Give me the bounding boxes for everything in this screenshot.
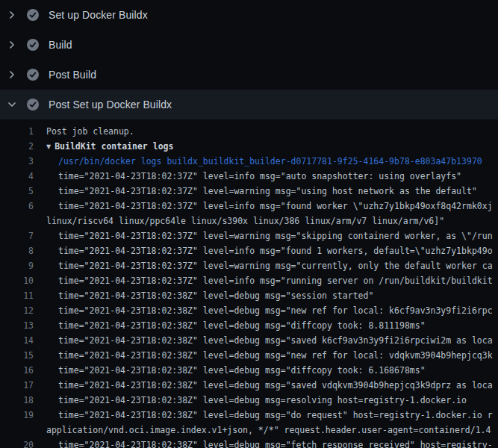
chevron-down-icon xyxy=(6,99,18,111)
line-number[interactable]: 4 xyxy=(0,169,34,184)
log-group-header[interactable]: 2▼BuildKit container logs xyxy=(0,139,498,154)
log-text: time="2021-04-23T18:02:37Z" level=warnin… xyxy=(58,261,493,271)
log-line: linux/riscv64 linux/ppc64le linux/s390x … xyxy=(0,214,498,228)
line-number[interactable]: 15 xyxy=(0,348,34,363)
step-label: Post Set up Docker Buildx xyxy=(49,99,172,111)
log-line: 7time="2021-04-23T18:02:37Z" level=warni… xyxy=(0,228,498,243)
step-row[interactable]: Post Set up Docker Buildx xyxy=(0,90,498,119)
log-line: 4time="2021-04-23T18:02:37Z" level=info … xyxy=(0,169,498,184)
collapse-triangle-icon[interactable]: ▼ xyxy=(46,140,51,154)
log-line: 12time="2021-04-23T18:02:38Z" level=debu… xyxy=(0,303,498,318)
line-number[interactable]: 20 xyxy=(0,438,34,448)
log-line: 18time="2021-04-23T18:02:38Z" level=debu… xyxy=(0,393,498,408)
line-number[interactable]: 8 xyxy=(0,243,34,258)
log-line: 14time="2021-04-23T18:02:38Z" level=debu… xyxy=(0,333,498,348)
line-number[interactable]: 5 xyxy=(0,184,34,199)
log-text: time="2021-04-23T18:02:38Z" level=debug … xyxy=(58,410,493,420)
log-text: time="2021-04-23T18:02:38Z" level=debug … xyxy=(58,440,493,448)
log-line: 11time="2021-04-23T18:02:38Z" level=debu… xyxy=(0,288,498,303)
log-line: 3/usr/bin/docker logs buildx_buildkit_bu… xyxy=(0,154,498,169)
line-number[interactable]: 12 xyxy=(0,303,34,318)
step-label: Set up Docker Buildx xyxy=(49,9,148,21)
log-line: 10time="2021-04-23T18:02:37Z" level=info… xyxy=(0,273,498,288)
log-text: time="2021-04-23T18:02:38Z" level=debug … xyxy=(58,395,467,405)
log-text: time="2021-04-23T18:02:37Z" level=info m… xyxy=(58,171,461,181)
line-number[interactable]: 14 xyxy=(0,333,34,348)
log-text: time="2021-04-23T18:02:37Z" level=info m… xyxy=(58,276,493,286)
line-number[interactable]: 7 xyxy=(0,228,34,243)
log-text: time="2021-04-23T18:02:37Z" level=warnin… xyxy=(58,186,477,196)
step-label: Post Build xyxy=(49,69,96,81)
line-number[interactable]: 13 xyxy=(0,318,34,333)
chevron-right-icon xyxy=(6,39,18,51)
line-number[interactable]: 10 xyxy=(0,273,34,288)
line-number[interactable]: 11 xyxy=(0,288,34,303)
log-text: time="2021-04-23T18:02:38Z" level=debug … xyxy=(58,380,493,391)
check-circle-icon xyxy=(27,69,39,81)
log-text: time="2021-04-23T18:02:38Z" level=debug … xyxy=(58,290,373,301)
log-text: BuildKit container logs xyxy=(55,141,173,152)
steps-list: Set up Docker BuildxBuildPost BuildPost … xyxy=(0,0,498,119)
check-circle-icon xyxy=(27,39,39,51)
log-line: 8time="2021-04-23T18:02:37Z" level=info … xyxy=(0,243,498,258)
log-line: 20time="2021-04-23T18:02:38Z" level=debu… xyxy=(0,438,498,448)
log-line: 5time="2021-04-23T18:02:37Z" level=warni… xyxy=(0,184,498,199)
log-text: linux/riscv64 linux/ppc64le linux/s390x … xyxy=(46,216,444,226)
log-line: 16time="2021-04-23T18:02:38Z" level=debu… xyxy=(0,363,498,378)
line-number[interactable]: 6 xyxy=(0,199,34,214)
log-text: time="2021-04-23T18:02:38Z" level=debug … xyxy=(58,335,493,346)
line-number[interactable]: 2 xyxy=(0,139,34,154)
step-row[interactable]: Post Build xyxy=(0,60,498,90)
log-line: application/vnd.oci.image.index.v1+json,… xyxy=(0,423,498,438)
log-text: time="2021-04-23T18:02:37Z" level=info m… xyxy=(58,201,493,211)
check-circle-icon xyxy=(27,9,39,21)
log-line: 15time="2021-04-23T18:02:38Z" level=debu… xyxy=(0,348,498,363)
log-text: time="2021-04-23T18:02:38Z" level=debug … xyxy=(58,350,493,361)
log-line: 6time="2021-04-23T18:02:37Z" level=info … xyxy=(0,199,498,214)
line-number[interactable]: 17 xyxy=(0,378,34,393)
line-number[interactable]: 9 xyxy=(0,258,34,273)
log-line: 9time="2021-04-23T18:02:37Z" level=warni… xyxy=(0,258,498,273)
log-area: 1Post job cleanup.2▼BuildKit container l… xyxy=(0,119,498,448)
log-command-text: /usr/bin/docker logs buildx_buildkit_bui… xyxy=(58,156,482,167)
log-text: time="2021-04-23T18:02:37Z" level=warnin… xyxy=(58,231,493,241)
log-line: 19time="2021-04-23T18:02:38Z" level=debu… xyxy=(0,408,498,423)
log-text: time="2021-04-23T18:02:37Z" level=info m… xyxy=(58,246,493,256)
line-number[interactable]: 19 xyxy=(0,408,34,423)
check-circle-icon xyxy=(27,99,39,111)
log-line: 1Post job cleanup. xyxy=(0,124,498,139)
log-text: time="2021-04-23T18:02:38Z" level=debug … xyxy=(58,365,426,376)
log-text: time="2021-04-23T18:02:38Z" level=debug … xyxy=(58,305,493,316)
step-label: Build xyxy=(49,39,72,51)
log-text: application/vnd.oci.image.index.v1+json,… xyxy=(46,425,491,435)
step-row[interactable]: Set up Docker Buildx xyxy=(0,0,498,30)
line-number[interactable]: 16 xyxy=(0,363,34,378)
log-text: Post job cleanup. xyxy=(46,126,134,137)
log-text: time="2021-04-23T18:02:38Z" level=debug … xyxy=(58,320,426,331)
log-line: 17time="2021-04-23T18:02:38Z" level=debu… xyxy=(0,378,498,393)
line-number[interactable]: 18 xyxy=(0,393,34,408)
step-row[interactable]: Build xyxy=(0,30,498,60)
chevron-right-icon xyxy=(6,69,18,81)
chevron-right-icon xyxy=(6,9,18,21)
line-number[interactable]: 1 xyxy=(0,124,34,139)
line-number[interactable]: 3 xyxy=(0,154,34,169)
log-line: 13time="2021-04-23T18:02:38Z" level=debu… xyxy=(0,318,498,333)
